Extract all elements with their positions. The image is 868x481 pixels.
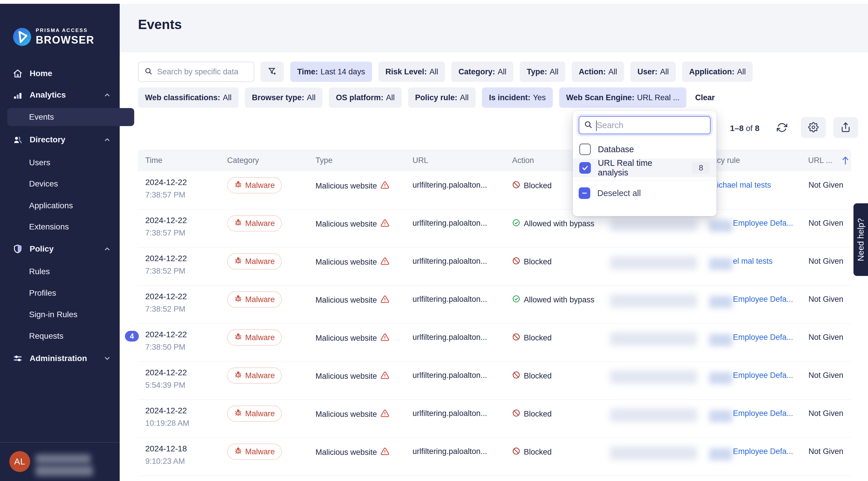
sidebar-item-directory[interactable]: Directory bbox=[0, 131, 120, 149]
sidebar-item-label: Administration bbox=[30, 354, 87, 363]
sidebar-item-analytics[interactable]: Analytics bbox=[0, 86, 120, 104]
policy-icon bbox=[13, 244, 23, 254]
dropdown-search-input[interactable] bbox=[596, 120, 696, 130]
filter-chip-time[interactable]: Time:Last 14 days bbox=[290, 62, 372, 82]
event-time: 7:38:52 PM bbox=[145, 305, 185, 314]
filter-chip-web-scan-engine[interactable]: Web Scan Engine:URL Real ... bbox=[559, 88, 686, 108]
warning-icon bbox=[380, 371, 389, 382]
policy-rule-link[interactable]: Employee Defa... bbox=[733, 409, 793, 418]
sidebar-item-label: Requests bbox=[29, 331, 63, 341]
pagination-of: of bbox=[746, 124, 753, 133]
category-badge: Malware bbox=[227, 406, 282, 422]
column-header-url-[interactable]: URL ... bbox=[808, 156, 832, 165]
policy-rule-link[interactable]: Employee Defa... bbox=[733, 447, 793, 456]
pagination: 1–8 of 8 bbox=[730, 124, 760, 133]
sidebar-item-profiles[interactable]: Profiles bbox=[0, 284, 149, 302]
category-badge: Malware bbox=[227, 367, 282, 384]
column-header-action[interactable]: Action bbox=[512, 156, 534, 165]
filter-chip-user[interactable]: User:All bbox=[630, 62, 676, 82]
dropdown-search-box[interactable] bbox=[579, 116, 711, 134]
sidebar-item-devices[interactable]: Devices bbox=[0, 175, 149, 193]
event-url: urlfiltering.paloalton... bbox=[412, 181, 487, 190]
policy-rule-link[interactable]: Employee Defa... bbox=[733, 295, 793, 304]
add-filter-button[interactable] bbox=[260, 62, 284, 82]
dropdown-option-url-real-time-analysis[interactable]: URL Real time analysis8 bbox=[573, 159, 716, 177]
dropdown-option-database[interactable]: Database bbox=[573, 140, 716, 159]
user-email-redacted bbox=[35, 466, 93, 476]
table-row[interactable]: 2024-12-227:38:52 PMMalwareMalicious web… bbox=[138, 286, 851, 324]
policy-rule-link[interactable]: ichael mal tests bbox=[717, 181, 771, 190]
analytics-icon bbox=[13, 90, 23, 100]
sidebar-item-policy[interactable]: Policy bbox=[0, 240, 120, 258]
filter-chip-application[interactable]: Application:All bbox=[682, 62, 753, 82]
filter-chip-browser-type[interactable]: Browser type:All bbox=[245, 88, 322, 108]
table-row[interactable]: 2024-12-189:10:23 AMMalwareMalicious web… bbox=[138, 438, 851, 476]
filter-chip-action[interactable]: Action:All bbox=[572, 62, 624, 82]
filter-chip-policy-rule[interactable]: Policy rule:All bbox=[408, 88, 476, 108]
administration-icon bbox=[13, 353, 23, 363]
avatar[interactable]: AL bbox=[9, 451, 30, 472]
filter-chip-value: All bbox=[608, 67, 617, 76]
filter-chip-is-incident[interactable]: Is incident:Yes bbox=[482, 88, 553, 108]
warning-icon bbox=[380, 181, 389, 191]
sidebar-item-requests[interactable]: Requests4 bbox=[0, 327, 149, 345]
bug-icon bbox=[234, 332, 242, 343]
sort-ascending-icon[interactable] bbox=[841, 155, 850, 166]
column-header-type[interactable]: Type bbox=[315, 156, 333, 165]
filter-chip-os-platform[interactable]: OS platform:All bbox=[329, 88, 402, 108]
table-settings-button[interactable] bbox=[801, 117, 826, 138]
sidebar-item-administration[interactable]: Administration bbox=[0, 350, 120, 367]
brand-bottom-label: BROWSER bbox=[36, 34, 94, 46]
url-scan-verdict: Not Given bbox=[808, 371, 843, 380]
deselect-all-label: Deselect all bbox=[597, 189, 641, 198]
column-header-url[interactable]: URL bbox=[412, 156, 428, 165]
need-help-tab[interactable]: Need help? bbox=[854, 203, 868, 276]
policy-rule-redacted bbox=[709, 334, 732, 346]
category-badge: Malware bbox=[227, 177, 282, 193]
url-scan-verdict: Not Given bbox=[808, 257, 843, 266]
filter-chip-type[interactable]: Type:All bbox=[520, 62, 565, 82]
event-action: Blocked bbox=[512, 371, 552, 381]
filter-chip-label: Web Scan Engine: bbox=[566, 93, 634, 102]
bug-icon bbox=[234, 256, 242, 267]
filter-chip-risk-level[interactable]: Risk Level:All bbox=[378, 62, 445, 82]
table-row[interactable]: 2024-12-227:38:50 PMMalwareMalicious web… bbox=[138, 324, 851, 362]
refresh-button[interactable] bbox=[775, 122, 789, 134]
sidebar-item-rules[interactable]: Rules bbox=[0, 263, 149, 280]
event-time: 7:38:50 PM bbox=[145, 343, 185, 352]
export-button[interactable] bbox=[833, 117, 858, 138]
table-row[interactable]: 2024-12-2210:19:28 AMMalwareMalicious we… bbox=[138, 400, 851, 438]
filter-chip-category[interactable]: Category:All bbox=[452, 62, 513, 82]
table-row[interactable]: 2024-12-225:54:39 PMMalwareMalicious web… bbox=[138, 362, 851, 400]
event-date: 2024-12-22 bbox=[145, 292, 187, 301]
search-icon bbox=[144, 67, 153, 76]
sidebar-item-sign-in-rules[interactable]: Sign-in Rules bbox=[0, 306, 149, 323]
sidebar-item-extensions[interactable]: Extensions bbox=[0, 218, 149, 235]
table-row[interactable]: 2024-12-227:38:52 PMMalwareMalicious web… bbox=[138, 248, 851, 286]
clear-filters-button[interactable]: Clear bbox=[695, 93, 715, 102]
sidebar-item-users[interactable]: Users bbox=[0, 154, 149, 171]
user-redacted bbox=[610, 256, 697, 269]
search-box[interactable] bbox=[138, 62, 254, 82]
sidebar-item-home[interactable]: Home bbox=[0, 65, 120, 82]
deselect-all-option[interactable]: Deselect all bbox=[579, 184, 711, 202]
search-input[interactable] bbox=[157, 67, 245, 77]
event-date: 2024-12-18 bbox=[145, 444, 187, 453]
table-row[interactable]: 2024-12-227:38:57 PMMalwareMalicious web… bbox=[138, 210, 851, 248]
indeterminate-checkbox[interactable] bbox=[579, 187, 590, 199]
sidebar-item-events[interactable]: Events bbox=[7, 108, 134, 126]
checked-checkbox[interactable] bbox=[579, 162, 591, 174]
filter-chip-label: Is incident: bbox=[489, 93, 530, 102]
event-url: urlfiltering.paloalton... bbox=[412, 409, 487, 418]
event-url: urlfiltering.paloalton... bbox=[412, 219, 487, 228]
sidebar-item-applications[interactable]: Applications bbox=[0, 197, 149, 214]
column-header-category[interactable]: Category bbox=[227, 156, 259, 165]
policy-rule-link[interactable]: Employee Defa... bbox=[733, 219, 793, 228]
blocked-icon bbox=[512, 181, 520, 191]
table-row[interactable]: 2024-12-227:38:57 PMMalwareMalicious web… bbox=[138, 171, 851, 210]
policy-rule-link[interactable]: Employee Defa... bbox=[733, 371, 793, 380]
unchecked-checkbox[interactable] bbox=[579, 143, 591, 155]
policy-rule-link[interactable]: el mal tests bbox=[733, 257, 773, 266]
policy-rule-link[interactable]: Employee Defa... bbox=[733, 333, 793, 342]
filter-chip-web-classifications[interactable]: Web classifications:All bbox=[138, 88, 239, 108]
